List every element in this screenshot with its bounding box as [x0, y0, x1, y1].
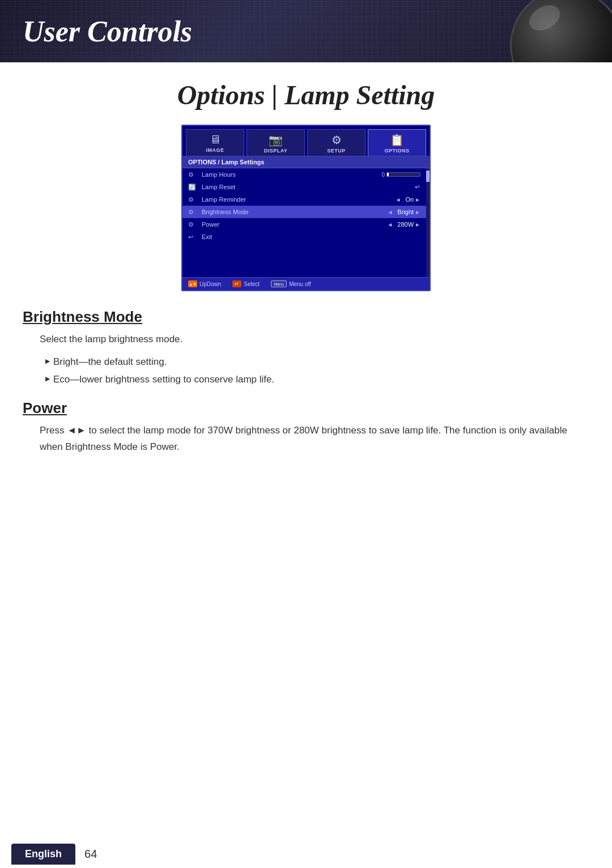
nav-updown: ▲▼ UpDown	[188, 280, 221, 287]
lamp-reminder-value: On	[405, 196, 414, 203]
power-right-arrow: ►	[415, 222, 420, 228]
page-header-title: User Controls	[23, 15, 192, 48]
tab-display[interactable]: 📷 DISPLAY	[246, 129, 305, 156]
osd-menu: 🖥 IMAGE 📷 DISPLAY ⚙ SETUP 📋 OPTIONS OPTI…	[181, 125, 431, 291]
osd-spacer2	[182, 254, 426, 266]
brightness-mode-label: Brightness Mode	[202, 209, 385, 215]
brightness-mode-bullets: Bright—the default setting. Eco—lower br…	[45, 354, 589, 388]
menuoff-label: Menu off	[289, 281, 311, 287]
language-tab: English	[11, 844, 75, 865]
enter-icon: ↵	[415, 183, 420, 191]
power-section: Power Press ◄► to select the lamp mode f…	[23, 399, 589, 456]
osd-tab-row: 🖥 IMAGE 📷 DISPLAY ⚙ SETUP 📋 OPTIONS	[182, 126, 430, 156]
tab-image[interactable]: 🖥 IMAGE	[186, 129, 244, 156]
select-label: Select	[244, 281, 260, 287]
power-section-description: Press ◄► to select the lamp mode for 370…	[40, 423, 589, 456]
menu-item-brightness-mode[interactable]: ⚙ Brightness Mode ◄ Bright ►	[182, 206, 426, 218]
exit-label: Exit	[202, 233, 420, 240]
menu-item-exit[interactable]: ↩ Exit	[182, 231, 426, 243]
nav-select: ↵ Select	[232, 280, 260, 287]
lamp-reminder-label: Lamp Reminder	[202, 196, 393, 203]
brightness-mode-arrow: ◄	[387, 209, 393, 215]
lens-image	[510, 0, 612, 62]
options-tab-icon: 📋	[390, 133, 404, 147]
brightness-mode-right-arrow: ►	[415, 209, 420, 215]
lamp-hours-icon: ⚙	[188, 171, 198, 178]
menu-item-lamp-hours[interactable]: ⚙ Lamp Hours 0	[182, 168, 426, 181]
lamp-reminder-icon: ⚙	[188, 196, 198, 203]
page-footer: English 64	[0, 840, 612, 868]
brightness-mode-description: Select the lamp brightness mode.	[40, 331, 589, 347]
menu-item-power[interactable]: ⚙ Power ◄ 280W ►	[182, 218, 426, 231]
updown-icon: ▲▼	[188, 280, 197, 287]
setup-tab-label: SETUP	[327, 148, 346, 154]
power-section-heading: Power	[23, 399, 589, 417]
osd-menu-row: ⚙ Lamp Hours 0 🔄 Lamp Reset ↵	[182, 168, 430, 277]
osd-menu-main: ⚙ Lamp Hours 0 🔄 Lamp Reset ↵	[182, 168, 426, 277]
nav-menuoff: Menu Menu off	[271, 280, 311, 287]
power-value: 280W	[397, 221, 414, 228]
tab-options[interactable]: 📋 OPTIONS	[368, 129, 426, 156]
page-number: 64	[84, 848, 97, 861]
lamp-reminder-arrow: ◄	[396, 197, 401, 203]
osd-spacer3	[182, 266, 426, 277]
image-tab-icon: 🖥	[210, 133, 221, 146]
brightness-mode-value: Bright	[397, 209, 414, 215]
setup-tab-icon: ⚙	[332, 133, 342, 147]
tab-setup[interactable]: ⚙ SETUP	[307, 129, 366, 156]
lamp-hours-value: 0	[381, 172, 385, 178]
select-icon: ↵	[232, 280, 241, 287]
bullet-bright: Bright—the default setting.	[45, 354, 589, 371]
brightness-mode-icon: ⚙	[188, 209, 198, 216]
brightness-mode-section: Brightness Mode Select the lamp brightne…	[23, 308, 589, 388]
options-tab-label: OPTIONS	[384, 148, 409, 154]
osd-nav-bar: ▲▼ UpDown ↵ Select Menu Menu off	[182, 277, 430, 290]
updown-label: UpDown	[199, 281, 221, 287]
exit-icon: ↩	[188, 233, 198, 241]
power-icon: ⚙	[188, 221, 198, 228]
menu-item-lamp-reminder[interactable]: ⚙ Lamp Reminder ◄ On ►	[182, 193, 426, 206]
lamp-hours-progress: 0	[381, 172, 420, 178]
lamp-reminder-right-arrow: ►	[415, 197, 420, 203]
osd-scrollbar[interactable]	[426, 168, 430, 277]
top-banner: User Controls	[0, 0, 612, 62]
display-tab-label: DISPLAY	[264, 148, 288, 154]
progress-fill	[387, 173, 389, 176]
lamp-reset-label: Lamp Reset	[202, 184, 415, 190]
page-title: Options | Lamp Setting	[23, 79, 589, 110]
lens-decoration	[510, 0, 612, 62]
brightness-mode-heading: Brightness Mode	[23, 308, 589, 326]
osd-spacer	[182, 243, 426, 254]
power-label: Power	[202, 221, 385, 228]
lamp-reset-icon: 🔄	[188, 184, 198, 191]
menu-item-lamp-reset[interactable]: 🔄 Lamp Reset ↵	[182, 181, 426, 193]
bullet-eco: Eco—lower brightness setting to conserve…	[45, 371, 589, 389]
lamp-hours-label: Lamp Hours	[202, 171, 381, 178]
display-tab-icon: 📷	[269, 133, 283, 147]
osd-breadcrumb: OPTIONS / Lamp Settings	[182, 156, 430, 168]
menuoff-icon: Menu	[271, 280, 287, 287]
main-content: Options | Lamp Setting 🖥 IMAGE 📷 DISPLAY…	[0, 62, 612, 490]
progress-track	[386, 172, 420, 177]
image-tab-label: IMAGE	[206, 147, 224, 153]
power-arrow: ◄	[387, 222, 393, 228]
osd-scroll-thumb	[426, 171, 430, 182]
